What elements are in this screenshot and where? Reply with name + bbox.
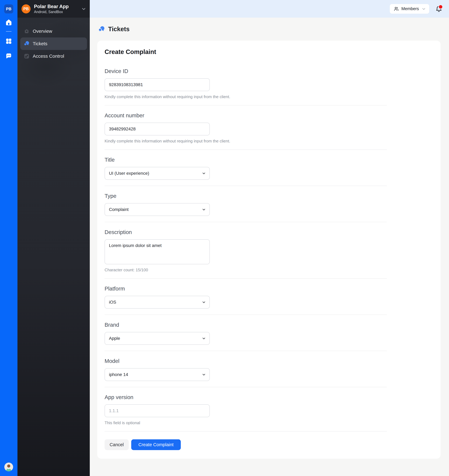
sidebar-nav: Overview Tickets [17,25,90,63]
brand-select-value: Apple [109,336,120,341]
model-select-value: iphone 14 [109,372,128,377]
notifications-bell-icon[interactable] [435,5,443,13]
section-divider [105,149,387,150]
description-label: Description [105,229,433,235]
sidebar: PB Polar Bear App Android, SandBox Overv… [17,0,90,476]
chat-icon[interactable] [5,52,13,60]
account-number-helper: Kindly complete this information without… [105,138,433,143]
account-number-input[interactable] [105,123,210,135]
rail-divider [6,31,11,32]
page-header: Tickets [90,18,449,40]
device-id-helper: Kindly complete this information without… [105,94,433,99]
platform-select[interactable]: iOS [105,296,210,309]
sidebar-item-access-control[interactable]: Access Control [20,50,87,63]
topbar: Members [90,0,449,18]
platform-label: Platform [105,285,433,292]
device-id-input[interactable] [105,78,210,91]
chevron-down-icon [202,337,206,340]
create-complaint-button[interactable]: Create Complaint [131,439,181,450]
section-divider [105,431,387,431]
app-name: Polar Bear App [34,4,81,9]
create-complaint-card: Create Complaint Device ID Kindly comple… [97,40,441,459]
app-version-label: App version [105,394,433,401]
title-label: Title [105,156,433,163]
model-select[interactable]: iphone 14 [105,368,210,381]
title-select-value: UI (User experience) [109,171,149,176]
brand-select[interactable]: Apple [105,332,210,345]
type-label: Type [105,193,433,199]
chevron-down-icon [422,7,426,11]
device-id-label: Device ID [105,68,433,75]
model-label: Model [105,358,433,364]
description-textarea[interactable]: Lorem ipsum dolor sit amet [105,239,210,264]
sidebar-item-label: Access Control [33,53,64,59]
form-heading: Create Complaint [105,48,433,56]
cancel-button[interactable]: Cancel [105,439,129,450]
section-divider [105,351,387,351]
section-divider [105,186,387,186]
section-divider [105,315,387,315]
type-select[interactable]: Complaint [105,203,210,216]
app-version-input[interactable] [105,404,210,417]
section-divider [105,105,387,105]
app-version-helper: This field is optional [105,420,433,425]
type-select-value: Complaint [109,207,129,212]
chevron-down-icon [202,300,206,304]
tickets-brand-icon [98,26,105,33]
title-select[interactable]: UI (User experience) [105,167,210,180]
page-title: Tickets [108,26,129,33]
sidebar-item-label: Overview [33,29,52,34]
members-label: Members [401,6,419,11]
brand-label: Brand [105,321,433,328]
users-icon [393,6,399,12]
apps-grid-icon[interactable] [5,37,13,45]
workspace-logo[interactable]: PB [4,4,13,13]
section-divider [105,387,387,387]
app-rail: PB [0,0,17,476]
overview-icon [24,28,30,34]
sidebar-item-tickets[interactable]: Tickets [20,37,87,50]
access-control-icon [24,53,30,59]
form-actions: Cancel Create Complaint [105,439,433,450]
app-meta: Android, SandBox [34,10,81,14]
chevron-down-icon [202,373,206,376]
tickets-icon [24,41,30,47]
chevron-down-icon [81,6,86,11]
sidebar-item-overview[interactable]: Overview [20,25,87,37]
section-divider [105,222,387,222]
character-count: Character count: 15/100 [105,267,433,272]
section-divider [105,278,387,279]
home-icon[interactable] [5,18,13,26]
sidebar-item-label: Tickets [33,41,47,46]
platform-select-value: iOS [109,300,116,305]
user-avatar[interactable] [4,463,13,471]
members-button[interactable]: Members [390,4,429,14]
chevron-down-icon [202,172,206,175]
app-avatar: PB [22,4,31,13]
notification-dot [438,5,443,9]
workspace-switcher[interactable]: PB Polar Bear App Android, SandBox [17,0,90,18]
main-area: Members Tickets Cr [90,0,449,476]
account-number-label: Account number [105,112,433,119]
chevron-down-icon [202,208,206,211]
